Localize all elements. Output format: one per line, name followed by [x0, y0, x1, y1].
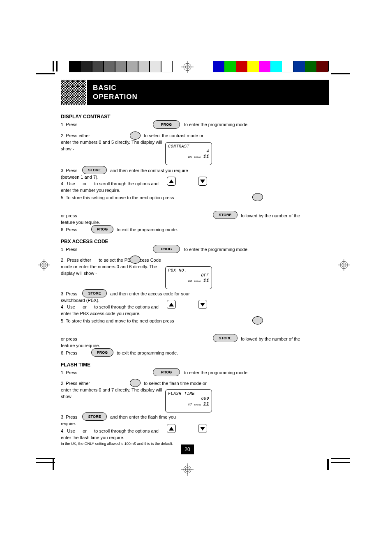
pbx-s5: 5. To store this setting and move to the… [61, 318, 174, 325]
arrow-down-icon [198, 177, 207, 186]
contrast-s4: 4. Use or to scroll through the options … [61, 181, 159, 187]
prog-button: PROG [91, 225, 113, 233]
prog-button: PROG [153, 245, 180, 253]
scroll-oval [252, 316, 263, 325]
pbx-s6: 6. Press [61, 350, 77, 357]
flash-title: FLASH TIME [61, 362, 90, 368]
reg-target-right [338, 259, 350, 271]
scroll-oval [130, 256, 141, 264]
contrast-s5: 5. To store this setting and move to the… [61, 195, 174, 201]
lcd-flash: FLASH TIME 600 #7 TOTAL 11 [165, 389, 212, 412]
reg-target-bottom [181, 463, 194, 476]
header-texture [61, 80, 86, 105]
arrow-up-icon [167, 177, 176, 186]
store-button: STORE [82, 289, 107, 297]
store-button: STORE [82, 412, 107, 421]
page-number: 20 [181, 444, 194, 454]
contrast-s3: 3. Press [61, 168, 77, 174]
color-calibration-bar [213, 61, 328, 72]
flash-s3: 3. Press [61, 414, 77, 421]
store-button: STORE [213, 211, 238, 219]
header-title-2: OPERATION [93, 93, 138, 101]
flash-footnote: In the UK, the ONLY setting allowed is 1… [61, 441, 173, 447]
prog-button: PROG [91, 348, 113, 357]
pbx-s4: 4. Use or to scroll through the options … [61, 304, 159, 311]
contrast-s1: 1. Press [61, 122, 77, 127]
grayscale-calibration-bar [69, 61, 173, 72]
contrast-s2: 2. Press either [61, 133, 90, 139]
arrow-down-icon [198, 424, 207, 433]
arrow-up-icon [167, 300, 176, 309]
header-title-1: BASIC [93, 84, 117, 92]
lcd-contrast: CONTRAST 4 #5 TOTAL 11 [165, 142, 212, 165]
arrow-down-icon [198, 300, 207, 309]
reg-target-top [181, 61, 194, 73]
pbx-s2: 2. Press either to select the PBX Access… [61, 257, 161, 264]
scroll-oval [130, 379, 141, 387]
scroll-oval [252, 193, 263, 201]
contrast-s6: 6. Press [61, 227, 77, 233]
pbx-s1: 1. Press [61, 246, 77, 253]
store-button: STORE [213, 334, 238, 342]
header-bar: BASIC OPERATION [87, 80, 329, 105]
flash-s2: 2. Press either [61, 380, 90, 387]
prog-button: PROG [153, 120, 180, 129]
flash-s4: 4. Use or to scroll through the options … [61, 428, 159, 435]
scroll-oval [130, 131, 141, 140]
contrast-title: DISPLAY CONTRAST [61, 113, 111, 120]
lcd-pbx: PBX NO. OFF #6 TOTAL 11 [165, 266, 212, 289]
pbx-title: PBX ACCESS CODE [61, 238, 108, 245]
flash-s1: 1. Press [61, 370, 77, 376]
prog-button: PROG [153, 368, 180, 376]
reg-target-left [38, 259, 50, 271]
arrow-up-icon [167, 424, 176, 433]
pbx-s3: 3. Press [61, 291, 77, 297]
store-button: STORE [82, 166, 107, 174]
